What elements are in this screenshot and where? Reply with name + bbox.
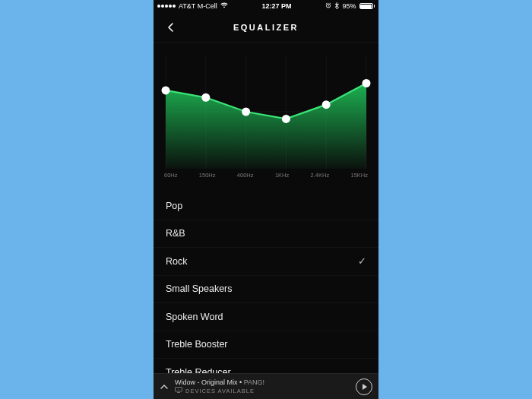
expand-player-button[interactable]	[158, 382, 170, 391]
clock: 12:27 PM	[228, 2, 326, 10]
play-icon	[363, 384, 367, 390]
battery-icon	[359, 3, 375, 9]
eq-handle[interactable]	[363, 79, 371, 87]
preset-item[interactable]: Treble Reducer✓	[154, 359, 378, 373]
frequency-label: 400Hz	[237, 172, 254, 179]
preset-label: Pop	[166, 201, 182, 211]
devices-icon	[175, 387, 182, 394]
play-button[interactable]	[356, 378, 372, 395]
status-bar: AT&T M-Cell 12:27 PM 95%	[154, 0, 378, 12]
back-button[interactable]	[160, 12, 182, 42]
signal-strength-icon	[157, 5, 176, 8]
eq-handle[interactable]	[242, 108, 250, 116]
header: EQUALIZER	[154, 12, 378, 43]
eq-handle[interactable]	[322, 100, 331, 109]
frequency-label: 60Hz	[164, 172, 178, 179]
wifi-icon	[220, 2, 228, 10]
frequency-label: 2.4KHz	[311, 172, 330, 179]
preset-item[interactable]: Pop✓	[154, 192, 378, 220]
now-playing-bar[interactable]: Widow - Original Mix • PANG! DEVICES AVA…	[154, 373, 378, 399]
chevron-up-icon	[160, 382, 169, 391]
preset-label: Treble Reducer	[166, 367, 231, 373]
track-title: Widow - Original Mix	[175, 378, 238, 386]
track-artist: PANG!	[244, 378, 264, 386]
alarm-icon	[325, 2, 331, 10]
checkmark-icon: ✓	[358, 255, 366, 267]
preset-item[interactable]: Treble Booster✓	[154, 331, 378, 359]
svg-point-9	[178, 388, 179, 389]
frequency-label: 1KHz	[275, 172, 289, 179]
preset-item[interactable]: Rock✓	[154, 248, 378, 276]
status-left: AT&T M-Cell	[157, 2, 228, 10]
status-right: 95%	[325, 2, 375, 11]
chevron-left-icon	[166, 22, 176, 33]
preset-item[interactable]: R&B✓	[154, 220, 378, 249]
preset-label: R&B	[166, 228, 185, 239]
phone-screen: AT&T M-Cell 12:27 PM 95% EQUALIZER	[154, 0, 378, 399]
preset-item[interactable]: Small Speakers✓	[154, 276, 378, 304]
preset-label: Small Speakers	[166, 283, 233, 294]
preset-label: Spoken Word	[166, 312, 223, 322]
eq-handle[interactable]	[162, 86, 170, 94]
devices-label: DEVICES AVAILABLE	[185, 388, 255, 394]
preset-item[interactable]: Spoken Word✓	[154, 303, 378, 331]
equalizer-chart[interactable]: 60Hz150Hz400Hz1KHz2.4KHz15KHz	[154, 43, 378, 185]
battery-percent: 95%	[342, 2, 356, 10]
preset-label: Rock	[166, 256, 187, 267]
frequency-label: 15KHz	[350, 172, 368, 179]
frequency-axis: 60Hz150Hz400Hz1KHz2.4KHz15KHz	[161, 169, 371, 179]
preset-list: Pop✓R&B✓Rock✓Small Speakers✓Spoken Word✓…	[154, 192, 378, 373]
frequency-label: 150Hz	[199, 172, 216, 179]
bluetooth-icon	[334, 2, 339, 11]
carrier-label: AT&T M-Cell	[179, 2, 217, 10]
now-playing-info: Widow - Original Mix • PANG! DEVICES AVA…	[175, 378, 351, 394]
preset-label: Treble Booster	[166, 339, 228, 350]
eq-handle[interactable]	[201, 93, 210, 102]
page-title: EQUALIZER	[154, 23, 378, 32]
eq-handle[interactable]	[282, 115, 290, 123]
